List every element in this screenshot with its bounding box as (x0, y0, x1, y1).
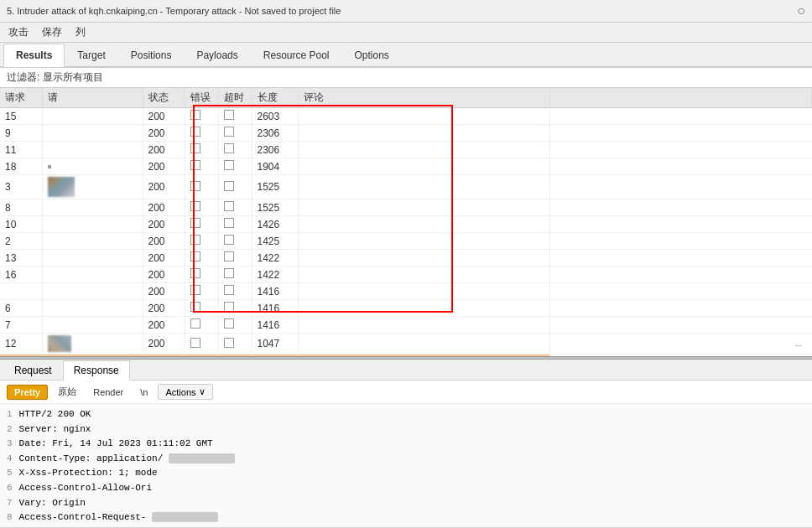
col-header-payload[interactable]: 请 (42, 88, 143, 108)
menu-attack[interactable]: 攻击 (7, 24, 30, 40)
filter-label: 过滤器: 显示所有项目 (7, 71, 103, 83)
cell-error (185, 300, 218, 317)
table-row[interactable]: 112002306 (0, 142, 812, 158)
cell-error (185, 175, 218, 199)
tab-positions[interactable]: Positions (118, 44, 185, 67)
col-header-status[interactable]: 状态 (143, 88, 185, 108)
scroll-right-indicator: ... (795, 339, 802, 348)
cell-payload (42, 233, 143, 250)
table-row[interactable]: 102001426 (0, 216, 812, 233)
table-row[interactable]: 4200563 (0, 355, 812, 357)
tab-request[interactable]: Request (3, 360, 63, 380)
cell-request-id (0, 283, 42, 300)
cell-request-id: 6 (0, 300, 42, 317)
cell-length: 1422 (252, 250, 298, 267)
cell-comment (298, 317, 549, 334)
cell-status: 200 (143, 250, 185, 267)
cell-comment (298, 250, 549, 267)
cell-payload (42, 334, 143, 355)
cell-request-id: 12 (0, 334, 42, 355)
response-line: 1HTTP/2 200 OK (7, 407, 805, 422)
response-line: 6Access-Control-Allow-Ori (7, 481, 805, 496)
col-header-timeout[interactable]: 超时 (218, 88, 252, 108)
pretty-button[interactable]: Pretty (7, 385, 48, 400)
cell-payload (42, 267, 143, 283)
menu-save[interactable]: 保存 (40, 24, 64, 40)
cell-length: 1047 (252, 334, 298, 355)
cell-status: 200 (143, 142, 185, 158)
menu-column[interactable]: 列 (74, 24, 87, 40)
cell-length: 563 (252, 355, 298, 357)
cell-request-id: 9 (0, 125, 42, 142)
cell-request-id: 2 (0, 233, 42, 250)
cell-status: 200 (143, 158, 185, 175)
cell-comment (298, 233, 549, 250)
cell-request-id: 16 (0, 267, 42, 283)
main-tab-bar: Results Target Positions Payloads Resour… (0, 43, 812, 68)
col-header-comment[interactable]: 评论 (298, 88, 549, 108)
table-row[interactable]: 162001422 (0, 267, 812, 283)
cell-status: 200 (143, 283, 185, 300)
table-row[interactable]: 152002603 (0, 108, 812, 125)
cell-payload (42, 125, 143, 142)
menu-bar: 攻击 保存 列 (0, 23, 812, 43)
table-row[interactable]: 182001904 (0, 158, 812, 175)
response-toolbar: Pretty 原始 Render \n Actions ∨ (0, 380, 812, 404)
render-button[interactable]: Render (86, 386, 130, 399)
main-content: 请求 请 状态 错误 超时 长度 评论 15200260392002306112… (0, 88, 812, 527)
tab-target[interactable]: Target (65, 44, 117, 67)
tab-results[interactable]: Results (3, 44, 65, 67)
tab-response[interactable]: Response (63, 360, 130, 380)
table-row[interactable]: 122001047 (0, 334, 812, 355)
cell-length: 1904 (252, 158, 298, 175)
cell-error (185, 334, 218, 355)
response-content: 1HTTP/2 200 OK2Server: nginx3Date: Fri, … (0, 404, 812, 527)
line-number: 7 (7, 498, 13, 508)
table-row[interactable]: 22001425 (0, 233, 812, 250)
table-row[interactable]: 92002306 (0, 125, 812, 142)
results-table: 请求 请 状态 错误 超时 长度 评论 15200260392002306112… (0, 88, 812, 356)
table-row[interactable]: 32001525 (0, 175, 812, 199)
line-number: 5 (7, 468, 13, 478)
ln-button[interactable]: \n (133, 386, 154, 399)
cell-payload (42, 317, 143, 334)
cell-payload (42, 283, 143, 300)
cell-status: 200 (143, 175, 185, 199)
table-row[interactable]: 72001416 (0, 317, 812, 334)
cell-length: 1525 (252, 199, 298, 216)
cell-length: 1425 (252, 233, 298, 250)
table-row[interactable]: 132001422 (0, 250, 812, 267)
col-header-extra (549, 88, 812, 108)
table-row[interactable]: 62001416 (0, 300, 812, 317)
line-number: 1 (7, 409, 13, 419)
window-title: 5. Intruder attack of kqh.cnkaiping.cn -… (7, 6, 341, 16)
cell-error (185, 108, 218, 125)
table-row[interactable]: 2001416 (0, 283, 812, 300)
col-header-request[interactable]: 请求 (0, 88, 42, 108)
cell-timeout (218, 108, 252, 125)
cell-timeout (218, 199, 252, 216)
tab-resource-pool[interactable]: Resource Pool (251, 44, 342, 67)
line-content: Server: nginx (19, 424, 91, 434)
title-bar: 5. Intruder attack of kqh.cnkaiping.cn -… (0, 0, 812, 23)
cell-timeout (218, 267, 252, 283)
raw-button[interactable]: 原始 (51, 384, 83, 400)
cell-payload (42, 250, 143, 267)
tab-options[interactable]: Options (342, 44, 402, 67)
cell-length: 1416 (252, 317, 298, 334)
tab-payloads[interactable]: Payloads (184, 44, 250, 67)
cell-error (185, 250, 218, 267)
line-content: Date: Fri, 14 Jul 2023 01:11:02 GMT (19, 438, 213, 448)
line-number: 4 (7, 453, 13, 463)
cell-timeout (218, 142, 252, 158)
col-header-error[interactable]: 错误 (185, 88, 218, 108)
actions-arrow-icon: ∨ (199, 386, 206, 397)
cell-payload (42, 142, 143, 158)
col-header-length[interactable]: 长度 (252, 88, 298, 108)
line-content: X-Xss-Protection: 1; mode (19, 468, 158, 478)
table-scroll[interactable]: 请求 请 状态 错误 超时 长度 评论 15200260392002306112… (0, 88, 812, 356)
cell-comment (298, 199, 549, 216)
table-row[interactable]: 82001525 (0, 199, 812, 216)
line-number: 3 (7, 438, 13, 448)
actions-button[interactable]: Actions ∨ (158, 384, 212, 400)
